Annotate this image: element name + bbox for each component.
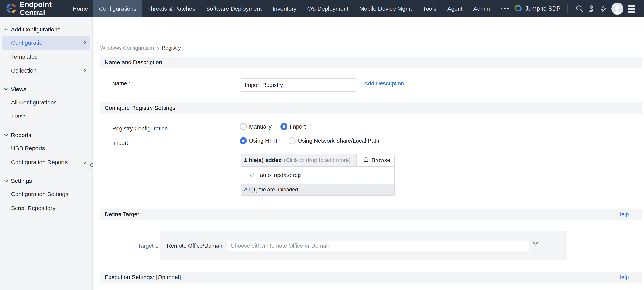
chevron-down-icon bbox=[4, 180, 8, 182]
section-define-target: Define Target Help bbox=[100, 209, 642, 220]
section-configure-registry-title: Configure Registry Settings bbox=[104, 105, 175, 111]
section-configure-registry: Configure Registry Settings bbox=[100, 102, 642, 114]
breadcrumb-parent[interactable]: Windows Configuration bbox=[100, 45, 154, 51]
sidebar-group-add-configurations: Add ConfigurationsConfigurationTemplates… bbox=[0, 23, 92, 78]
name-input[interactable] bbox=[240, 78, 357, 92]
radio-option-using-network-share-local-path[interactable]: Using Network Share/Local Path bbox=[289, 137, 379, 144]
quick-actions-flash-icon[interactable] bbox=[598, 3, 610, 15]
nav-item-configurations[interactable]: Configurations bbox=[94, 0, 142, 18]
chevron-right-icon bbox=[84, 41, 86, 45]
sidebar-group-settings: SettingsConfiguration SettingsScript Rep… bbox=[0, 175, 92, 215]
navbar-divider bbox=[567, 5, 568, 13]
sidebar-item-trash[interactable]: Trash bbox=[0, 110, 92, 123]
execution-settings-help-link[interactable]: Help bbox=[617, 274, 629, 280]
left-sidebar: Add ConfigurationsConfigurationTemplates… bbox=[0, 18, 93, 290]
main-navigation: HomeConfigurationsThreats & PatchesSoftw… bbox=[67, 0, 496, 18]
endpoint-central-app: Endpoint Central HomeConfigurationsThrea… bbox=[0, 0, 644, 290]
radio-selected-icon bbox=[280, 123, 288, 130]
chevron-down-icon bbox=[4, 28, 8, 31]
endpoint-central-logo-icon bbox=[6, 3, 17, 15]
nav-item-inventory[interactable]: Inventory bbox=[267, 0, 302, 18]
nav-overflow-button[interactable] bbox=[495, 0, 514, 18]
sidebar-item-configuration[interactable]: Configuration bbox=[2, 36, 90, 50]
sidebar-item-templates[interactable]: Templates bbox=[0, 50, 92, 64]
chevron-right-icon bbox=[84, 160, 86, 164]
section-define-target-title: Define Target bbox=[104, 211, 139, 218]
sidebar-group-header-views[interactable]: Views bbox=[0, 83, 92, 96]
import-method-radio-group: Using HTTPUsing Network Share/Local Path bbox=[240, 137, 388, 144]
remote-office-domain-input[interactable] bbox=[227, 241, 529, 251]
nav-item-home[interactable]: Home bbox=[67, 0, 94, 18]
sdp-link-icon bbox=[514, 4, 522, 13]
import-label: Import bbox=[112, 140, 128, 146]
add-description-link[interactable]: Add Description bbox=[364, 80, 404, 87]
brand-title: Endpoint Central bbox=[20, 1, 57, 17]
radio-unselected-icon bbox=[289, 137, 296, 144]
registry-configuration-label: Registry Configuration bbox=[112, 125, 168, 132]
nav-item-software-deployment[interactable]: Software Deployment bbox=[200, 0, 267, 18]
chevron-right-icon bbox=[84, 69, 86, 73]
sidebar-group-views: ViewsAll ConfigurationsTrash bbox=[0, 83, 92, 123]
nav-item-admin[interactable]: Admin bbox=[468, 0, 495, 18]
radio-option-manually[interactable]: Manually bbox=[240, 123, 272, 130]
sidebar-group-reports: ReportsUSB ReportsConfiguration Reports bbox=[0, 129, 92, 169]
browse-label: Browse bbox=[372, 157, 390, 163]
radio-option-using-http[interactable]: Using HTTP bbox=[240, 137, 280, 144]
remote-office-domain-label: Remote Office/Domain bbox=[167, 243, 224, 249]
nav-item-agent[interactable]: Agent bbox=[442, 0, 468, 18]
section-name-description-title: Name and Description bbox=[104, 59, 162, 66]
sidebar-item-script-repository[interactable]: Script Repository bbox=[0, 201, 92, 215]
radio-selected-icon bbox=[240, 137, 247, 144]
nav-item-threats-patches[interactable]: Threats & Patches bbox=[142, 0, 200, 18]
breadcrumb: Windows Configuration › Registry bbox=[100, 45, 181, 51]
sidebar-item-usb-reports[interactable]: USB Reports bbox=[0, 141, 92, 155]
registry-configuration-radio-group: ManuallyImport bbox=[240, 123, 315, 130]
ellipsis-icon bbox=[500, 7, 509, 11]
sidebar-group-header-settings[interactable]: Settings bbox=[0, 175, 92, 187]
nav-item-tools[interactable]: Tools bbox=[418, 0, 442, 18]
define-target-help-link[interactable]: Help bbox=[617, 211, 629, 218]
section-name-description: Name and Description bbox=[100, 57, 642, 68]
uploaded-file-name: auto_update.reg bbox=[260, 172, 301, 178]
file-uploaded-check-icon bbox=[249, 172, 255, 179]
files-added-text: 1 file(s) added bbox=[244, 157, 282, 163]
title-divider bbox=[100, 70, 642, 70]
dropzone-hint-text: (Click or drop to add more) bbox=[284, 157, 351, 163]
user-avatar[interactable] bbox=[612, 3, 624, 15]
nav-item-mobile-device-mgmt[interactable]: Mobile Device Mgmt bbox=[354, 0, 418, 18]
sidebar-item-configuration-reports[interactable]: Configuration Reports bbox=[0, 155, 92, 169]
chevron-down-icon bbox=[4, 134, 8, 136]
upload-status-text: All (1) file are uploaded bbox=[241, 184, 394, 195]
radio-unselected-icon bbox=[240, 123, 247, 130]
sidebar-group-header-add-configurations[interactable]: Add Configurations bbox=[0, 23, 92, 36]
section-execution-settings-title: Execution Settings: [Optional] bbox=[104, 274, 181, 280]
uploaded-file-list: auto_update.reg bbox=[241, 167, 394, 184]
chevron-down-icon bbox=[4, 88, 8, 91]
sidebar-item-all-configurations[interactable]: All Configurations bbox=[0, 96, 92, 110]
jump-to-sdp-label: Jump to SDP bbox=[525, 5, 560, 12]
sidebar-item-collection[interactable]: Collection bbox=[0, 64, 92, 78]
whats-new-rocket-icon[interactable] bbox=[586, 3, 598, 15]
search-icon[interactable] bbox=[574, 3, 586, 15]
breadcrumb-chevron-icon: › bbox=[157, 46, 159, 51]
radio-option-import[interactable]: Import bbox=[280, 123, 306, 130]
uploaded-file-row: auto_update.reg bbox=[241, 167, 394, 184]
section-execution-settings: Execution Settings: [Optional] Help bbox=[100, 271, 642, 283]
target-row-number: Target 1 bbox=[138, 243, 158, 249]
brand-logo-link[interactable]: Endpoint Central bbox=[0, 0, 57, 18]
nav-item-os-deployment[interactable]: OS Deployment bbox=[302, 0, 354, 18]
sidebar-item-configuration-settings[interactable]: Configuration Settings bbox=[0, 187, 92, 201]
file-dropzone[interactable]: 1 file(s) added (Click or drop to add mo… bbox=[241, 154, 356, 166]
name-field-label: Name* bbox=[112, 80, 130, 87]
navbar-right-cluster: Jump to SDP bbox=[514, 0, 644, 18]
sidebar-group-header-reports[interactable]: Reports bbox=[0, 129, 92, 141]
top-navbar: Endpoint Central HomeConfigurationsThrea… bbox=[0, 0, 644, 18]
file-upload-widget: 1 file(s) added (Click or drop to add mo… bbox=[240, 154, 395, 196]
breadcrumb-current: Registry bbox=[162, 45, 181, 51]
upload-icon bbox=[363, 156, 369, 164]
apps-grid-icon[interactable] bbox=[626, 3, 638, 15]
browse-button[interactable]: Browse bbox=[356, 154, 394, 166]
target-filter-icon[interactable] bbox=[531, 240, 540, 248]
jump-to-sdp-button[interactable]: Jump to SDP bbox=[514, 4, 560, 13]
required-asterisk: * bbox=[128, 80, 130, 87]
